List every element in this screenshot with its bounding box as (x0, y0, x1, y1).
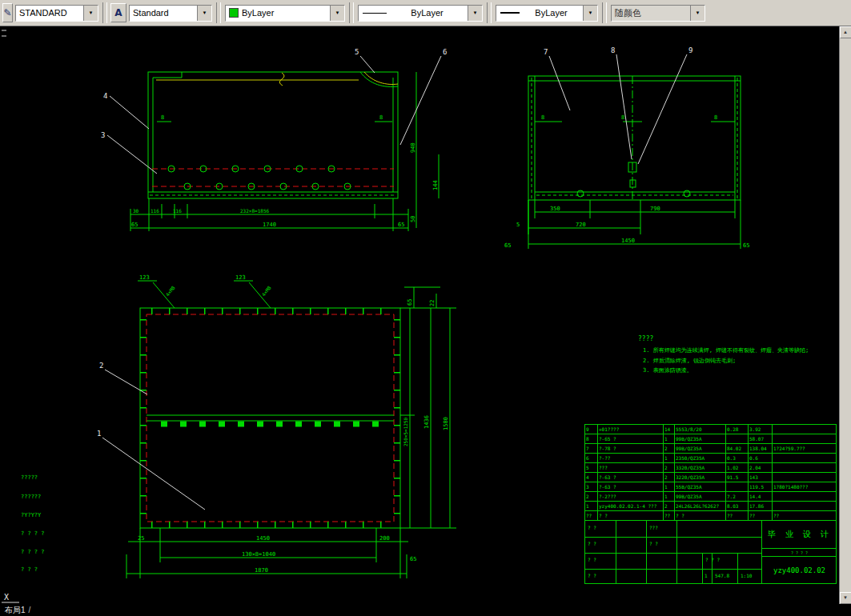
chevron-down-icon: ▼ (473, 10, 478, 15)
parts-cell-note (773, 434, 837, 444)
title-block-line (616, 521, 616, 583)
title-block: ? ? ? ? ? ? ? ? ??? ? ? ? ? ? 1 547.8 1:… (584, 520, 837, 584)
dim-label: 720 (576, 222, 586, 228)
parts-cell-code: ?-?? (598, 454, 664, 463)
parts-header-code: ? ? (598, 511, 664, 521)
lineweight-combo[interactable]: ByLayer ▼ (496, 5, 598, 22)
toolbar-separator (487, 2, 492, 23)
parts-cell-unit-weight: 0.28 (726, 425, 749, 434)
plot-style-dropdown-button[interactable]: ▼ (690, 6, 704, 21)
parts-header-total-weight: ?? (749, 511, 773, 521)
balloon-2: 2 (99, 362, 103, 370)
balloon-9: 9 (688, 46, 692, 54)
weight-value: 547.8 (715, 573, 729, 578)
parts-cell-total-weight: 138.04 (749, 444, 773, 454)
plot-style-combo[interactable]: 随颜色 ▼ (611, 5, 705, 22)
parts-cell-qty: 2 (664, 473, 675, 482)
text-style-icon[interactable]: A (110, 3, 126, 22)
dim-style-icon[interactable]: ✎ (2, 3, 13, 22)
color-dropdown-button[interactable]: ▼ (330, 6, 344, 21)
chevron-down-icon: ▼ (89, 10, 94, 15)
parts-cell-seq: 5 (585, 463, 598, 473)
dim-label: 8 (541, 114, 544, 121)
dim-label: 250×5=1250 (403, 417, 408, 446)
technical-notes: ???? 1. 所有焊缝均为连续满焊, 焊缝不得有裂纹、焊瘤、夹渣等缺陷; 2.… (638, 335, 809, 374)
left-stamps: ????? ?????? ?Y?Y?Y ? ? ? ? ? ? ? ? ? ? … (21, 474, 45, 573)
linetype-dropdown-button[interactable]: ▼ (468, 6, 482, 21)
toolbar-separator (102, 2, 107, 23)
parts-cell-qty: 1 (664, 482, 675, 492)
vertical-scrollbar[interactable]: ▲ ▼ (839, 26, 851, 604)
stamp-text: ?????? (21, 494, 41, 500)
parts-cell-seq: 4 (585, 473, 598, 482)
dim-label: 200 (379, 535, 390, 542)
balloon-5: 5 (355, 48, 359, 56)
toolbar-separator (349, 2, 354, 23)
parts-table-header-row: ?? ? ? ?? ? ? ?? ?? ?? (585, 511, 837, 521)
parts-table-row: 2 ?-2??? 1 99B/QZ35A 7.2 14.4 (585, 492, 837, 502)
parts-cell-seq: 3 (585, 482, 598, 492)
stamp-text: ????? (21, 474, 38, 481)
text-style-dropdown-button[interactable]: ▼ (197, 6, 211, 21)
scale-value: 1:10 (741, 573, 752, 578)
dim-label: 940 (410, 142, 416, 153)
dim-label: 1740 (263, 222, 276, 228)
parts-cell-unit-weight: 91.5 (726, 473, 749, 482)
drawing-number: yzy400.02.02 (762, 557, 837, 583)
parts-table-row: 3 ?-63 ? 1 55B/QZ35A 119.5 1?80?1480??? (585, 482, 837, 492)
lineweight-dropdown-button[interactable]: ▼ (583, 6, 597, 21)
dim-label: 8 (379, 114, 383, 121)
parts-cell-qty: 2 (664, 502, 675, 511)
sheet-info-row: ? ? ? ? (762, 549, 837, 557)
parts-cell-seq: 8 (585, 434, 598, 444)
scroll-down-button[interactable]: ▼ (840, 592, 851, 604)
letter-a-icon: A (114, 7, 122, 18)
scroll-up-button[interactable]: ▲ (840, 26, 851, 38)
parts-table-row: 4 ?-63 ? 2 3220/QZ35A 91.5 143 (585, 473, 837, 482)
text-style-combo[interactable]: Standard ▼ (129, 5, 212, 22)
parts-cell-code: yzy400.02.02.1-4 ??? (598, 502, 664, 511)
balloon-4: 4 (103, 92, 107, 100)
parts-cell-unit-weight: 8.03 (726, 502, 749, 511)
color-combo[interactable]: ByLayer ▼ (225, 5, 345, 22)
cad-application-window: ✎ STANDARD ▼ A Standard ▼ ByLayer ▼ ByLa… (0, 0, 851, 616)
dim-style-combo[interactable]: STANDARD ▼ (15, 5, 98, 22)
object-properties-toolbar: ✎ STANDARD ▼ A Standard ▼ ByLayer ▼ ByLa… (0, 0, 851, 26)
parts-cell-material: 24L26L26L?6262? (675, 502, 726, 511)
side-view: 8 8 8 350 790 720 1450 65 65 5 7 8 9 (504, 46, 749, 249)
parts-cell-material: 99B/QZ35A (675, 434, 726, 444)
linetype-combo[interactable]: ByLayer ▼ (358, 5, 483, 22)
parts-cell-note (773, 425, 837, 434)
parts-cell-unit-weight: 1.02 (726, 463, 749, 473)
color-swatch-icon (229, 8, 239, 18)
dim-label: 65 (504, 242, 511, 249)
balloon-8: 8 (611, 46, 615, 54)
parts-cell-material: 3220/QZ35A (675, 473, 726, 482)
parts-table-row: 7 ?-78 ? 2 99B/QZ35A 84.02 138.04 1?24?5… (585, 444, 837, 454)
parts-table-row: 8 ?-65 ? 1 99B/QZ35A 58.07 (585, 434, 837, 444)
parts-cell-seq: 7 (585, 444, 598, 454)
toolbar-separator (602, 2, 607, 23)
parts-cell-material: 99B/QZ35A (675, 444, 726, 454)
layout-tab[interactable]: 布局1 (5, 605, 26, 616)
parts-header-unit-weight: ?? (726, 511, 749, 521)
balloon-6: 6 (443, 48, 447, 56)
drawing-canvas[interactable]: 30 116 116 232×8=1856 65 1740 65 8 8 940… (0, 26, 851, 616)
signature-label: ? ? (588, 525, 596, 530)
title-block-text: ??? (649, 525, 658, 530)
parts-cell-code: ?-63 ? (598, 482, 664, 492)
parts-cell-qty: 1 (664, 434, 675, 444)
stamp-text: ? ? ? ? (21, 549, 45, 555)
parts-cell-note (773, 463, 837, 473)
parts-cell-code: ?-65 ? (598, 434, 664, 444)
parts-cell-note (773, 502, 837, 511)
title-block-line (585, 553, 761, 554)
linetype-sample-icon (363, 13, 387, 14)
dim-style-dropdown-button[interactable]: ▼ (83, 6, 98, 21)
dim-label: 1870 (255, 567, 268, 574)
title-block-line (585, 537, 761, 538)
parts-cell-qty: 14 (664, 425, 675, 434)
linetype-value: ByLayer (387, 8, 468, 18)
parts-cell-unit-weight: 7.2 (726, 492, 749, 502)
dim-label: 123 (235, 274, 246, 281)
